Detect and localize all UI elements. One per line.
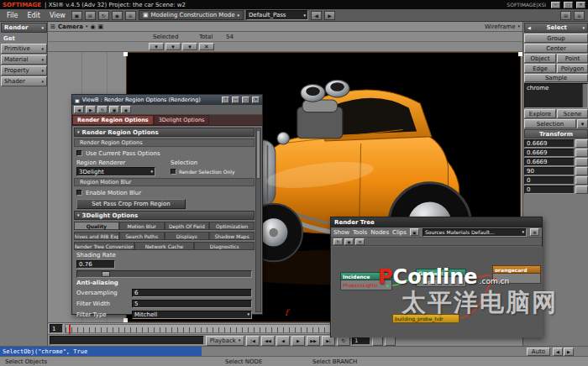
lock-icon[interactable]: ▣ bbox=[410, 228, 419, 236]
scroll-left-button[interactable]: ◀ bbox=[553, 348, 563, 356]
menu-view[interactable]: View bbox=[46, 12, 69, 19]
dialog-minimize-button[interactable]: ─ bbox=[232, 97, 239, 103]
eye-icon[interactable]: ◉ bbox=[90, 24, 95, 30]
transform-value-field[interactable]: 0.6669 bbox=[524, 139, 575, 148]
viewport-camera-label[interactable]: Camera bbox=[58, 24, 83, 30]
selection-button[interactable]: Selection bbox=[524, 119, 576, 128]
mini-dropdown[interactable]: ▾ bbox=[165, 43, 181, 50]
filter-edge-button[interactable]: Edge bbox=[524, 64, 556, 73]
keyframe-icon[interactable]: ◉ bbox=[121, 106, 131, 113]
mini-dropdown[interactable]: ▾ bbox=[182, 43, 197, 50]
subtab-depth-of-field[interactable]: Depth Of Field bbox=[165, 222, 210, 230]
toolbar-mode-selector[interactable]: Render ▾ bbox=[1, 23, 47, 33]
explore-button[interactable]: Explore bbox=[524, 109, 556, 118]
menubar-tool-icon[interactable]: ▶ bbox=[324, 11, 335, 20]
get-shader-button[interactable]: Shader ▾ bbox=[1, 76, 47, 86]
nav-back-icon[interactable]: ◀ bbox=[74, 106, 84, 113]
subtab-diagnostics[interactable]: Diagnostics bbox=[194, 242, 255, 250]
tab-3delight-options[interactable]: 3Delight Options bbox=[154, 115, 210, 125]
mini-close-button[interactable]: ✕ bbox=[199, 43, 214, 50]
subtab-optimization[interactable]: Optimization bbox=[209, 222, 255, 230]
viewport-grid-icon[interactable]: ⊞ bbox=[50, 24, 55, 30]
render-tree-title-bar[interactable]: Render Tree bbox=[331, 217, 542, 227]
transform-value-field[interactable]: 0 bbox=[524, 176, 575, 185]
transform-axis-button[interactable] bbox=[575, 139, 588, 148]
sample-button[interactable]: Sample bbox=[524, 74, 588, 82]
subtab-render-tree-conversion[interactable]: Render Tree Conversion bbox=[74, 242, 134, 250]
menu-icon[interactable]: ≡ bbox=[355, 238, 365, 245]
shading-mode-label[interactable]: Wireframe bbox=[485, 24, 516, 30]
shading-rate-field[interactable]: 0.76 bbox=[76, 260, 115, 269]
node-graph-canvas[interactable]: Incidence PhoenixLights ▶ Gradient ▶ Inp… bbox=[332, 247, 543, 337]
nav-forward-icon[interactable]: ▶ bbox=[86, 106, 96, 113]
pass-selector-dropdown[interactable]: Default_Pass ▾ bbox=[246, 10, 308, 20]
fast-rewind-button[interactable]: ◀◀ bbox=[261, 336, 275, 346]
region-renderer-dropdown[interactable]: 3Delight ▾ bbox=[76, 167, 155, 176]
playhead[interactable] bbox=[69, 325, 71, 334]
node-orangecard[interactable]: orangecard ▶ bbox=[492, 265, 541, 284]
transform-value-field[interactable]: 90 bbox=[524, 167, 575, 175]
dialog-help-button[interactable]: ? bbox=[222, 97, 229, 103]
step-back-button[interactable]: ◀ bbox=[276, 336, 290, 346]
subtab-network-cache[interactable]: Network Cache bbox=[134, 242, 195, 250]
oversampling-field[interactable]: 6 bbox=[132, 289, 252, 297]
filter-type-dropdown[interactable]: Mitchell ▾ bbox=[132, 311, 252, 319]
dialog-close-button[interactable]: ✕ bbox=[252, 97, 260, 103]
selection-list-box[interactable]: chrome bbox=[524, 83, 588, 108]
go-to-start-button[interactable]: |◀ bbox=[246, 336, 260, 346]
scrollbar[interactable] bbox=[582, 84, 587, 107]
menubar-tool-icon[interactable]: ◀ bbox=[311, 11, 322, 20]
enable-motion-blur-checkbox[interactable] bbox=[76, 190, 82, 196]
zoom-icon[interactable]: ◉ bbox=[344, 238, 354, 245]
render-tree-menu-nodes[interactable]: Nodes bbox=[370, 229, 389, 236]
refresh-icon[interactable]: ↻ bbox=[333, 238, 343, 245]
construction-mode-dropdown[interactable]: ▣ Modeling Construction Mode ▾ bbox=[139, 10, 244, 20]
subtab-archives-rib[interactable]: Archives and RIB Export bbox=[74, 232, 119, 240]
play-button[interactable]: ▶ bbox=[291, 336, 305, 346]
scene-button[interactable]: Scene bbox=[557, 109, 588, 118]
group-button[interactable]: Group bbox=[524, 34, 588, 43]
subtab-displays[interactable]: Displays bbox=[165, 232, 210, 240]
group-render-region-options[interactable]: Render Region Options bbox=[74, 139, 255, 147]
transform-axis-button[interactable] bbox=[575, 158, 588, 166]
grid-icon[interactable]: ⊞ bbox=[530, 228, 539, 236]
selection-options-button[interactable]: ▾ bbox=[577, 119, 588, 128]
transform-axis-button[interactable] bbox=[575, 149, 588, 157]
render-tree-menu-tools[interactable]: Tools bbox=[353, 229, 367, 236]
render-tree-menu-clips[interactable]: Clips bbox=[392, 229, 407, 236]
command-log-field[interactable] bbox=[50, 336, 204, 345]
tab-render-region-options[interactable]: Render Region Options bbox=[72, 115, 154, 125]
menubar-tool-icon[interactable]: ◉ bbox=[112, 11, 123, 20]
scrollbar-thumb[interactable] bbox=[256, 130, 260, 179]
filter-object-button[interactable]: Object bbox=[524, 54, 556, 63]
transform-panel-header[interactable]: Transform bbox=[524, 129, 588, 139]
fast-forward-button[interactable]: ▶▶ bbox=[307, 336, 320, 346]
auto-button[interactable]: Auto bbox=[527, 348, 550, 356]
filter-width-field[interactable]: 5 bbox=[132, 300, 252, 308]
dialog-maximize-button[interactable]: □ bbox=[242, 97, 249, 103]
close-button[interactable]: ✕ bbox=[576, 2, 585, 8]
subtab-motion-blur[interactable]: Motion Blur bbox=[119, 222, 165, 230]
menubar-tool-icon[interactable]: ≡ bbox=[574, 11, 585, 20]
section-render-region-options[interactable]: ▾ Render Region Options bbox=[74, 128, 255, 137]
use-current-pass-checkbox[interactable] bbox=[76, 150, 82, 156]
render-selection-only-checkbox[interactable] bbox=[171, 169, 176, 175]
material-library-dropdown[interactable]: Sources Materials Default... ▾ bbox=[423, 228, 527, 237]
scroll-right-button[interactable]: ▶ bbox=[564, 348, 574, 356]
maximize-button[interactable]: □ bbox=[564, 2, 573, 8]
camera-icon[interactable]: ▣ bbox=[98, 24, 104, 30]
minimize-button[interactable]: ─ bbox=[551, 2, 560, 8]
menubar-tool-icon[interactable]: ▣ bbox=[71, 11, 82, 20]
group-region-motion-blur[interactable]: Region Motion Blur bbox=[74, 178, 255, 186]
region-handle[interactable] bbox=[123, 52, 128, 56]
transform-axis-button[interactable] bbox=[575, 176, 588, 185]
transform-value-field[interactable]: 0.6669 bbox=[524, 149, 575, 157]
node-image-clip[interactable]: building_probe_hdr bbox=[392, 314, 459, 323]
menubar-tool-icon[interactable]: ↻ bbox=[98, 11, 109, 20]
render-tree-menu-show[interactable]: Show bbox=[333, 229, 349, 236]
lock-icon[interactable]: ▣ bbox=[109, 106, 119, 113]
node-gradient[interactable]: Gradient ▶ Input bbox=[416, 269, 466, 287]
menu-file[interactable]: File bbox=[3, 12, 21, 19]
get-primitive-button[interactable]: Primitive ▾ bbox=[1, 44, 47, 54]
center-button[interactable]: Center bbox=[524, 44, 588, 53]
